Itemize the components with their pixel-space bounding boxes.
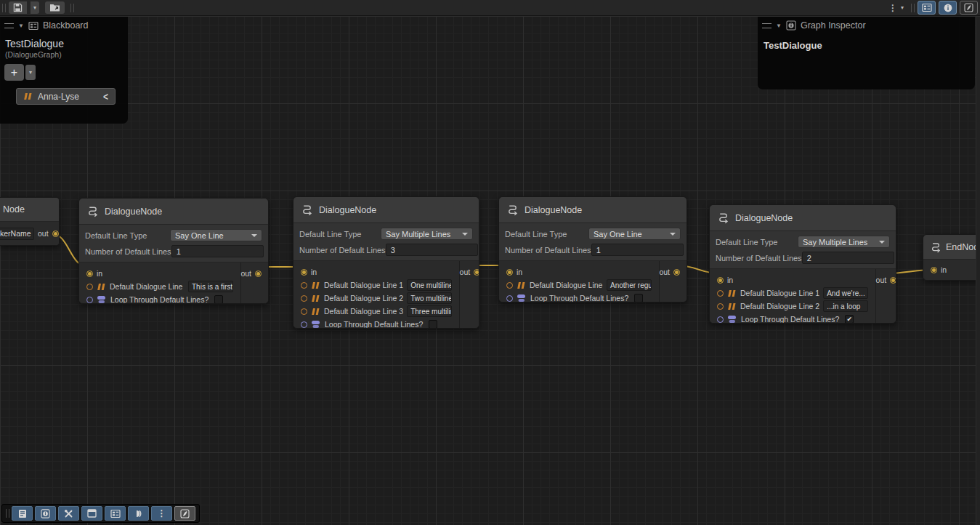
toolbar-drag-handle[interactable] — [2, 4, 6, 12]
toggle-whiteboard-button[interactable] — [174, 506, 195, 521]
blackboard-field-anna-lyse[interactable]: Anna-Lyse < — [16, 88, 116, 105]
node-title-bar: DialogueNode — [79, 199, 268, 225]
dialogue-node-4[interactable]: DialogueNode Default Line Type Say Multi… — [709, 204, 896, 324]
overflow-menu-button[interactable]: ⋮ — [151, 506, 172, 521]
caret-down-icon: ▾ — [901, 5, 904, 11]
end-node[interactable]: EndNode in — [923, 234, 980, 281]
speaker-name-field[interactable]: kerName — [0, 228, 34, 240]
num-lines-field[interactable]: 3 — [386, 244, 478, 256]
node-properties: Default Line Type Say One Line Number of… — [499, 223, 687, 261]
dialogue-line-field[interactable]: Three multilin — [407, 305, 452, 317]
line-type-dropdown[interactable]: Say Multiple Lines — [381, 228, 473, 240]
toggle-library-button[interactable] — [12, 506, 33, 521]
toolbar-drag-handle[interactable] — [70, 4, 74, 12]
node-title-bar: EndNode — [923, 235, 980, 260]
toggle-whiteboard-button[interactable] — [960, 1, 978, 15]
in-port[interactable] — [931, 267, 937, 273]
node-flow-icon — [86, 205, 99, 217]
dialogue-line-field[interactable]: One multiline — [407, 279, 452, 291]
in-port-label: in — [941, 265, 947, 274]
loop-port[interactable] — [86, 297, 93, 303]
toggle-inspector-button[interactable] — [35, 506, 56, 521]
toggle-blackboard-button[interactable] — [918, 1, 936, 15]
node-title: Node — [3, 204, 25, 215]
loop-checkbox[interactable] — [214, 295, 223, 304]
dialogue-line-port[interactable] — [86, 284, 93, 290]
node-properties: Default Line Type Say Multiple Lines Num… — [710, 231, 896, 269]
toggle-window-button[interactable] — [81, 506, 102, 521]
node-title: DialogueNode — [319, 205, 376, 215]
loop-checkbox[interactable] — [634, 294, 643, 302]
speaker-node-clipped[interactable]: Node kerName out — [0, 197, 60, 246]
dialogue-line-field[interactable]: This is a first — [188, 281, 233, 292]
num-lines-field[interactable]: 2 — [802, 252, 894, 264]
dialogue-node-2[interactable]: DialogueNode Default Line Type Say Multi… — [293, 196, 479, 329]
open-asset-button[interactable] — [45, 1, 65, 14]
dialogue-line-port[interactable] — [301, 282, 307, 289]
drag-handle-icon[interactable] — [4, 23, 14, 28]
add-variable-button[interactable]: + — [4, 64, 24, 81]
loop-checkbox-checked[interactable]: ✔ — [845, 315, 854, 324]
loop-port[interactable] — [717, 316, 724, 323]
toggle-blackboard-button[interactable] — [105, 506, 126, 521]
dialogue-line-field[interactable]: ...in a loop — [823, 300, 868, 312]
add-variable-caret-button[interactable]: ▾ — [25, 65, 36, 80]
loop-port[interactable] — [301, 321, 307, 328]
toolbar-drag-handle[interactable] — [911, 4, 915, 12]
save-options-button[interactable]: ▾ — [31, 1, 39, 14]
graph-inspector-header: ▼ Graph Inspector — [758, 17, 975, 34]
overflow-menu-button[interactable]: ⋮ ▾ — [884, 1, 908, 14]
loop-checkbox[interactable] — [429, 320, 437, 329]
num-lines-field[interactable]: 1 — [591, 244, 684, 256]
caret-down-icon: ▾ — [33, 5, 36, 11]
half-disc-icon — [134, 509, 143, 518]
out-port[interactable] — [52, 231, 59, 237]
dialogue-line-field[interactable]: And we're... — [823, 287, 868, 299]
info-icon — [943, 3, 953, 13]
node-port-section: in Default Dialogue Line Another regul L… — [499, 261, 687, 302]
num-lines-field[interactable]: 1 — [171, 245, 264, 257]
line-type-dropdown[interactable]: Say One Line — [588, 228, 681, 240]
dropdown-value: Say Multiple Lines — [803, 238, 876, 247]
out-port[interactable] — [474, 269, 479, 276]
dialogue-line-port[interactable] — [717, 303, 724, 310]
loop-icon — [517, 294, 527, 302]
right-resize-gutter[interactable] — [976, 17, 980, 525]
node-port-section: in Default Dialogue Line 1 And we're... … — [710, 269, 896, 324]
collapse-triangle-icon[interactable]: ▼ — [18, 23, 24, 29]
line-type-dropdown[interactable]: Say One Line — [170, 229, 262, 241]
in-port-label: in — [517, 268, 522, 276]
toolbar-drag-handle[interactable] — [6, 509, 9, 518]
prop-label: Default Line Type — [505, 230, 588, 239]
save-button[interactable] — [9, 1, 27, 14]
dialogue-line-port[interactable] — [301, 295, 307, 302]
out-port[interactable] — [673, 269, 680, 276]
dialogue-node-1[interactable]: DialogueNode Default Line Type Say One L… — [78, 198, 269, 304]
info-icon — [786, 20, 796, 31]
dialogue-line-port[interactable] — [506, 282, 513, 289]
prop-label: Default Line Type — [299, 230, 381, 239]
dialogue-line-port[interactable] — [301, 308, 307, 315]
loop-port[interactable] — [506, 295, 513, 302]
in-port[interactable] — [301, 269, 307, 276]
line-type-dropdown[interactable]: Say Multiple Lines — [798, 236, 890, 248]
toggle-panel-button[interactable] — [128, 506, 149, 521]
chevron-left-icon[interactable]: < — [103, 90, 108, 103]
port-label: Loop Through Default Lines? — [110, 295, 208, 304]
in-port[interactable] — [717, 277, 724, 284]
blackboard-icon — [110, 509, 121, 518]
out-port[interactable] — [890, 277, 896, 284]
dialogue-line-field[interactable]: Another regul — [607, 279, 652, 291]
in-port[interactable] — [506, 269, 513, 276]
dialogue-node-3[interactable]: DialogueNode Default Line Type Say One L… — [498, 196, 687, 302]
window-icon — [87, 509, 97, 518]
drag-handle-icon[interactable] — [762, 23, 772, 28]
node-flow-icon — [717, 212, 729, 224]
toggle-inspector-button[interactable] — [939, 1, 957, 15]
out-port[interactable] — [255, 270, 262, 277]
dialogue-line-port[interactable] — [717, 290, 724, 297]
in-port[interactable] — [86, 270, 93, 277]
dialogue-line-field[interactable]: Two multiline — [407, 292, 452, 304]
toggle-tools-button[interactable] — [58, 506, 79, 521]
collapse-triangle-icon[interactable]: ▼ — [776, 23, 782, 29]
